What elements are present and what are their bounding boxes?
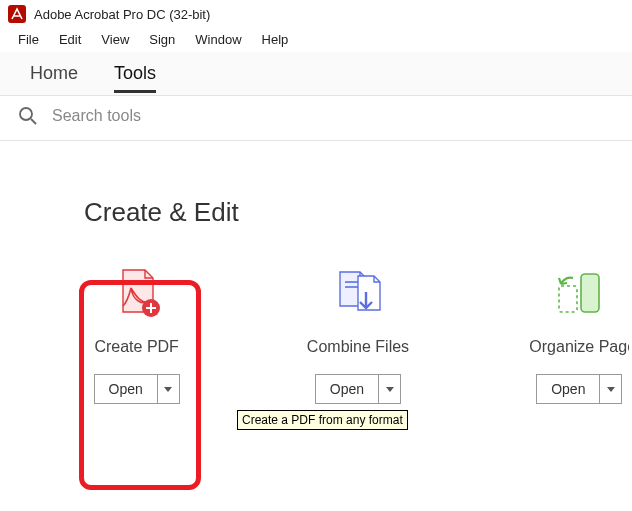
tool-label: Combine Files (307, 338, 409, 356)
acrobat-icon (8, 5, 26, 23)
menu-window[interactable]: Window (185, 30, 251, 50)
tool-combine-files[interactable]: Combine Files Open (305, 264, 410, 404)
combine-files-icon (330, 264, 386, 320)
tab-home[interactable]: Home (12, 55, 96, 92)
create-pdf-icon (109, 264, 165, 320)
tabbar: Home Tools (0, 52, 632, 96)
chevron-down-icon (386, 387, 394, 392)
searchbar (0, 96, 632, 141)
open-dropdown[interactable] (157, 375, 179, 403)
svg-rect-6 (581, 274, 599, 312)
open-button[interactable]: Open (537, 375, 599, 403)
organize-pages-icon (551, 264, 607, 320)
search-icon (18, 106, 38, 126)
open-split-create: Open (94, 374, 180, 404)
tool-label: Organize Pages (529, 338, 629, 356)
section-title: Create & Edit (84, 197, 632, 228)
open-button[interactable]: Open (95, 375, 157, 403)
menu-file[interactable]: File (8, 30, 49, 50)
menu-sign[interactable]: Sign (139, 30, 185, 50)
svg-point-1 (20, 108, 32, 120)
svg-rect-7 (559, 286, 577, 312)
open-button[interactable]: Open (316, 375, 378, 403)
menubar: File Edit View Sign Window Help (0, 28, 632, 52)
chevron-down-icon (607, 387, 615, 392)
chevron-down-icon (164, 387, 172, 392)
tools-row: Create PDF Open Combine Files (84, 264, 632, 404)
menu-help[interactable]: Help (252, 30, 299, 50)
tab-tools[interactable]: Tools (96, 55, 174, 92)
open-dropdown[interactable] (599, 375, 621, 403)
open-dropdown[interactable] (378, 375, 400, 403)
app-title: Adobe Acrobat Pro DC (32-bit) (34, 7, 210, 22)
menu-view[interactable]: View (91, 30, 139, 50)
tool-create-pdf[interactable]: Create PDF Open (84, 264, 189, 404)
tool-organize-pages[interactable]: Organize Pages Open (527, 264, 632, 404)
titlebar: Adobe Acrobat Pro DC (32-bit) (0, 0, 632, 28)
tools-content: Create & Edit Create PDF Open (0, 141, 632, 404)
open-split-organize: Open (536, 374, 622, 404)
svg-line-2 (31, 119, 36, 124)
tooltip: Create a PDF from any format (237, 410, 408, 430)
tool-label: Create PDF (94, 338, 178, 356)
open-split-combine: Open (315, 374, 401, 404)
search-input[interactable] (52, 107, 352, 125)
menu-edit[interactable]: Edit (49, 30, 91, 50)
